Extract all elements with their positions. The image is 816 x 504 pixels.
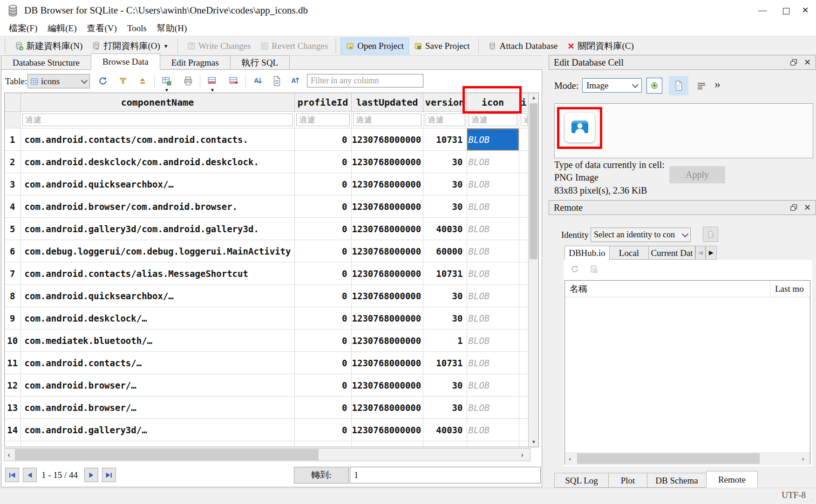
save-results-dropdown-icon[interactable]: ▼ [164, 87, 169, 93]
cell-lastUpdated[interactable]: 1230768000000 [351, 329, 423, 352]
tab-database-structure[interactable]: Database Structure [1, 55, 91, 70]
new-database-button[interactable]: 新建資料庫(N) [10, 38, 87, 54]
row-number[interactable]: 7 [5, 262, 20, 285]
cell-profileId[interactable]: 0 [294, 173, 351, 195]
cell-icon-blob[interactable]: BLOB [467, 173, 519, 195]
remote-tab-current-database[interactable]: Current Dat [648, 246, 695, 260]
row-number[interactable]: 2 [5, 151, 20, 173]
column-header-i[interactable]: i [519, 93, 529, 112]
close-panel-icon[interactable]: ✕ [804, 57, 811, 67]
cell-componentName[interactable]: com.android.contacts/com.android.contact… [20, 128, 294, 151]
table-select-combo[interactable]: icons [27, 74, 90, 88]
tab-edit-pragmas[interactable]: Edit Pragmas [160, 55, 231, 70]
text-mode-button[interactable] [669, 76, 688, 95]
scroll-up-icon[interactable]: ▲ [529, 93, 539, 102]
clone-database-icon[interactable] [590, 264, 598, 274]
remote-list-col-modified[interactable]: Last mo [770, 281, 812, 297]
cell-version[interactable]: 30 [423, 285, 467, 307]
identity-combo[interactable]: Select an identity to conne [591, 228, 691, 242]
cell-extra[interactable] [519, 128, 529, 151]
maximize-button[interactable] [775, 0, 797, 21]
column-header-componentName[interactable]: componentName [20, 93, 294, 112]
toolbar-overflow-button[interactable]: » [714, 77, 721, 91]
filter-input-profileId[interactable]: 過濾 [296, 114, 350, 126]
scroll-left-icon[interactable]: ‹ [569, 453, 571, 464]
remote-list-col-name[interactable]: 名稱 [570, 281, 587, 297]
cell-icon-blob[interactable]: BLOB [467, 352, 519, 374]
remote-tab-dbhub[interactable]: DBHub.io [564, 246, 610, 260]
column-header-icon[interactable]: icon [467, 93, 519, 112]
cell-componentName[interactable]: com.android.gallery3d/… [20, 419, 294, 441]
scroll-right-icon[interactable]: › [802, 453, 804, 464]
cell-componentName[interactable]: com.android.deskclock/… [20, 307, 294, 329]
cell-profileId[interactable]: 0 [294, 218, 351, 240]
cell-extra[interactable] [519, 285, 529, 307]
grid-corner[interactable] [5, 93, 20, 112]
cell-componentName[interactable]: com.android.quicksearchbox/… [20, 285, 294, 307]
resize-grip-icon[interactable]: .: [811, 496, 815, 503]
menu-help[interactable]: 幫助(H) [152, 21, 192, 35]
import-data-button[interactable] [646, 78, 662, 94]
cell-lastUpdated[interactable]: 1230768000000 [351, 218, 423, 240]
cell-icon-blob[interactable]: BLOB [467, 374, 519, 396]
open-project-button[interactable]: Open Project [340, 38, 409, 54]
close-panel-icon[interactable]: ✕ [804, 202, 811, 213]
cell-lastUpdated[interactable]: 1230768000000 [351, 262, 423, 285]
tab-scroll-right-icon[interactable]: ▶ [706, 246, 717, 260]
column-header-lastUpdated[interactable]: lastUpdated [351, 93, 423, 112]
menu-view[interactable]: 查看(V) [82, 21, 122, 35]
cell-profileId[interactable]: 0 [294, 441, 351, 448]
cell-componentName[interactable]: com.debug.loggerui/com.debug.loggerui.Ma… [20, 240, 294, 262]
row-number[interactable]: 11 [5, 352, 20, 374]
cell-icon-blob[interactable]: BLOB [467, 240, 519, 262]
dock-splitter[interactable] [542, 55, 549, 488]
cell-version[interactable]: 40030 [423, 218, 467, 240]
filter-input-version[interactable]: 過濾 [425, 114, 465, 126]
cell-version[interactable]: 40030 [423, 419, 467, 441]
cell-componentName[interactable]: com.android.deskclock/com.android.deskcl… [20, 151, 294, 173]
row-number[interactable]: 10 [5, 329, 20, 352]
cell-icon-blob[interactable]: BLOB [467, 307, 519, 329]
row-number[interactable]: 3 [5, 173, 20, 195]
cell-extra[interactable] [519, 374, 529, 396]
save-project-button[interactable]: Save Project [409, 38, 475, 54]
cell-extra[interactable] [519, 352, 529, 374]
cell-version[interactable]: 10731 [423, 441, 467, 448]
cell-componentName[interactable]: com.android.quicksearchbox/… [20, 173, 294, 195]
scroll-left-icon[interactable]: ‹ [7, 450, 10, 460]
cell-componentName[interactable]: com.android.gallery3d/com.android.galler… [20, 218, 294, 240]
scroll-down-icon[interactable]: ▼ [529, 437, 539, 447]
save-results-button[interactable]: ▼ [160, 74, 174, 88]
tab-browse-data[interactable]: Browse Data [91, 54, 160, 70]
cell-profileId[interactable]: 0 [294, 374, 351, 396]
cell-extra[interactable] [519, 151, 529, 173]
cell-version[interactable]: 10731 [423, 262, 467, 285]
cell-profileId[interactable]: 0 [294, 396, 351, 419]
clear-filter-button[interactable] [116, 74, 130, 88]
cell-version[interactable]: 10731 [423, 128, 467, 151]
cell-lastUpdated[interactable]: 1230768000000 [351, 240, 423, 262]
horizontal-scrollbar[interactable]: ‹ › [4, 448, 530, 461]
float-panel-icon[interactable] [790, 204, 797, 211]
cell-componentName[interactable]: com.android.browser/com.android.browser. [20, 195, 294, 218]
float-panel-icon[interactable] [790, 59, 797, 66]
minimize-button[interactable]: — [752, 0, 773, 21]
row-number[interactable]: 9 [5, 307, 20, 329]
cell-lastUpdated[interactable]: 1230768000000 [351, 128, 423, 151]
open-database-dropdown-icon[interactable]: ▼ [163, 43, 169, 49]
cell-extra[interactable] [519, 240, 529, 262]
cell-icon-blob[interactable]: BLOB [467, 262, 519, 285]
row-number[interactable]: 5 [5, 218, 20, 240]
cell-extra[interactable] [519, 396, 529, 419]
cell-extra[interactable] [519, 173, 529, 195]
cell-profileId[interactable]: 0 [294, 329, 351, 352]
attach-database-button[interactable]: Attach Database [483, 38, 562, 54]
goto-input[interactable]: 1 [350, 467, 541, 484]
tab-scroll-left-icon[interactable]: ◀ [695, 246, 706, 260]
revert-changes-button[interactable]: Revert Changes [255, 38, 333, 54]
sort-desc-button[interactable]: A [288, 74, 302, 88]
cell-version[interactable]: 30 [423, 307, 467, 329]
cell-profileId[interactable]: 0 [294, 307, 351, 329]
cell-profileId[interactable]: 0 [294, 240, 351, 262]
global-filter-input[interactable]: Filter in any column [307, 74, 423, 87]
